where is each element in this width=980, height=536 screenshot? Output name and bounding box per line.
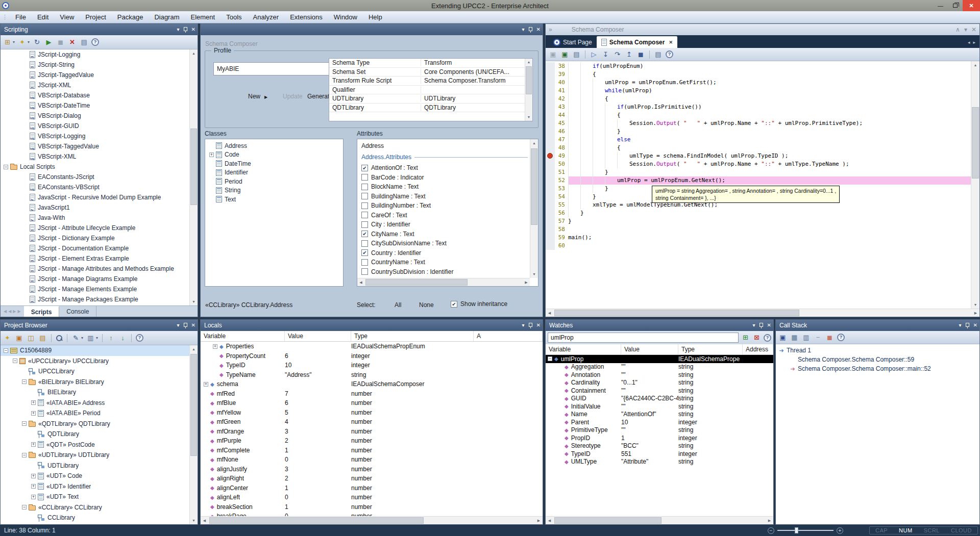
code-line[interactable]: 42{ (546, 95, 971, 103)
plus-expander[interactable]: + (31, 411, 36, 416)
variable-row[interactable]: ◆mfComplete1number (201, 446, 543, 455)
attribute-checkbox[interactable] (361, 202, 368, 209)
tree-row[interactable]: −«CCLibrary» CCLibrary (1, 502, 198, 513)
thread-view-icon[interactable]: ▦ (790, 334, 799, 342)
column-header-type[interactable]: Type (351, 331, 474, 341)
code-line[interactable]: 58 (546, 225, 971, 234)
breakpoint-margin[interactable] (546, 185, 555, 193)
tree-row[interactable]: −C15064889 (1, 345, 198, 356)
pin-icon[interactable] (759, 322, 764, 328)
column-header-variable[interactable]: Variable (546, 344, 621, 354)
variable-row[interactable]: ◆TypeName"Address"string (201, 370, 543, 380)
tree-row[interactable]: JScript-String (1, 60, 198, 70)
column-header-type[interactable]: Type (678, 344, 743, 354)
pin-icon[interactable] (183, 322, 188, 328)
variable-row[interactable]: ◆Stereotype"BCC"string (546, 442, 773, 450)
scrollbar-thumb[interactable] (531, 148, 537, 225)
variable-row[interactable]: ◆breakSection1number (201, 502, 543, 512)
help-icon[interactable] (91, 38, 99, 46)
breakpoint-margin[interactable] (546, 136, 555, 144)
tree-row[interactable]: VBScript-Dialog (1, 111, 198, 121)
zoom-slider[interactable] (777, 530, 834, 531)
panel-menu-icon[interactable]: ▾ (959, 323, 962, 328)
attribute-checkbox[interactable] (361, 259, 368, 266)
column-header-value[interactable]: Value (285, 331, 351, 341)
class-row[interactable]: Identifier (205, 168, 343, 177)
move-up-icon[interactable]: ↑ (107, 334, 115, 342)
scroll-left-icon[interactable]: ◀ (546, 517, 553, 524)
breakpoint-margin[interactable] (546, 201, 555, 209)
breakpoint-icon[interactable] (547, 153, 553, 159)
plus-expander[interactable]: + (31, 495, 36, 499)
breakpoint-margin[interactable] (546, 225, 555, 234)
collapse-icon[interactable]: − (814, 334, 822, 342)
code-line[interactable]: 49umlType = schema.FindInModel( umlProp.… (546, 152, 971, 160)
tab-nav-arrows[interactable]: ◀◀▶▶ (1, 306, 24, 317)
scroll-up-icon[interactable]: ▲ (530, 139, 538, 147)
breakpoint-margin[interactable] (546, 70, 555, 79)
code-line[interactable]: 51} (546, 168, 971, 176)
tree-row[interactable]: Java-With (1, 213, 198, 223)
tree-row[interactable]: VBScript-TaggedValue (1, 141, 198, 151)
new-diagram-icon[interactable]: ◫ (27, 334, 35, 342)
scrollbar-thumb[interactable] (209, 517, 424, 524)
call-stack-header[interactable]: Call Stack ▾ ✕ (776, 320, 979, 331)
tree-row[interactable]: −Local Scripts (1, 162, 198, 172)
propgrid-scrollbar[interactable]: ▲ ▼ (525, 59, 532, 121)
minus-expander[interactable]: − (13, 359, 17, 363)
menu-extensions[interactable]: Extensions (284, 12, 328, 22)
attribute-checkbox[interactable] (361, 231, 368, 237)
tree-row[interactable]: JScript - Dictionary Example (1, 233, 198, 243)
stop-icon[interactable]: ◼ (825, 334, 834, 342)
breakpoint-margin[interactable] (546, 127, 555, 136)
attribute-row[interactable]: BuildingName : Text (361, 192, 530, 201)
select-none-button[interactable]: None (419, 301, 434, 309)
menu-package[interactable]: Package (112, 12, 149, 22)
attribute-row[interactable]: CareOf : Text (361, 211, 530, 220)
attribute-row[interactable]: CitySubDivisionName : Text (361, 239, 530, 248)
attribute-row[interactable]: Country : Identifier (361, 248, 530, 258)
new-script-icon-dropdown[interactable]: ▾ (28, 40, 30, 44)
variable-row[interactable]: ◆Parent10integer (546, 418, 773, 426)
tab-left-icon[interactable]: ◂ (968, 40, 970, 45)
scroll-right-icon[interactable]: ▶ (766, 517, 773, 524)
scrollbar-thumb[interactable] (972, 107, 979, 178)
project-browser-header[interactable]: Project Browser ▾ ✕ (1, 320, 198, 331)
attribute-row[interactable]: City : Identifier (361, 220, 530, 229)
menu-project[interactable]: Project (80, 12, 111, 22)
code-line[interactable]: 59main(); (546, 234, 971, 242)
panel-menu-icon[interactable]: ▾ (753, 323, 755, 328)
variable-row[interactable]: ◆PropertyCount6integer (201, 351, 543, 361)
tab-schema-composer[interactable]: Schema Composer✕ (597, 36, 677, 48)
schema-composer-titlebar[interactable]: ▾ ✕ (201, 24, 543, 35)
variable-row[interactable]: ◆mfYellow5number (201, 408, 543, 418)
scroll-down-icon[interactable]: ▼ (190, 517, 198, 524)
variable-row[interactable]: ◆UMLType"Attribute"string (546, 458, 773, 466)
property-row[interactable]: Schema TypeTransform (329, 59, 525, 68)
tree-row[interactable]: QDTLibrary (1, 429, 198, 440)
class-row[interactable]: DateTime (205, 159, 343, 168)
tab-scripts[interactable]: Scripts (24, 306, 60, 317)
variable-row[interactable]: ◆mfBlue6number (201, 398, 543, 408)
code-line[interactable]: 39{ (546, 70, 971, 79)
new-model-icon[interactable]: ✦ (3, 334, 12, 342)
first-tab-icon[interactable]: ◀ (4, 309, 7, 314)
scripting-header[interactable]: Scripting ▾ ✕ (1, 24, 198, 35)
zoom-slider-thumb[interactable] (795, 527, 798, 533)
variable-row[interactable]: ◆Name"AttentionOf"string (546, 411, 773, 419)
tree-row[interactable]: −«QDTLibrary» QDTLibrary (1, 419, 198, 429)
menu-view[interactable]: View (54, 12, 80, 22)
scrollbar-thumb[interactable] (526, 66, 532, 94)
code-line[interactable]: 44{ (546, 111, 971, 119)
show-inheritance-checkbox[interactable]: Show inheritance (451, 300, 507, 308)
code-line[interactable]: 52umlProp = umlPropEnum.GetNext(); (546, 176, 971, 185)
minimize-button[interactable]: — (933, 0, 948, 11)
tree-row[interactable]: VBScript-DateTime (1, 100, 198, 111)
minus-expander[interactable]: − (22, 379, 27, 384)
overflow-chevron-icon[interactable]: » (549, 26, 552, 33)
property-row[interactable]: Schema SetCore Components (UN/CEFA... (329, 68, 525, 77)
class-row[interactable]: Text (205, 195, 343, 204)
menu-drag-handle[interactable]: ⋮ (0, 14, 10, 20)
edit-icon[interactable]: ✎ (71, 334, 80, 342)
tree-row[interactable]: JScript - Attribute Lifecycle Example (1, 223, 198, 233)
